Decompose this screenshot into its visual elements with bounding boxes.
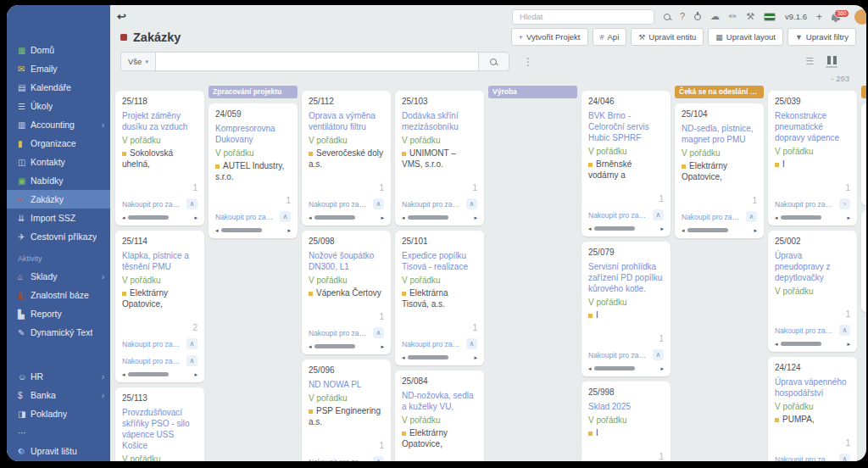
kanban-card[interactable]: 25/998Sklad 2025V pořádkuI1Nakoupit pro … bbox=[581, 382, 670, 461]
scroll-thumb[interactable] bbox=[221, 228, 263, 232]
kanban-card[interactable]: 24/124Úprava vápenného hospodářstvíV poř… bbox=[768, 357, 857, 461]
scroll-thumb[interactable] bbox=[128, 372, 170, 376]
help-icon[interactable]: ? bbox=[680, 12, 685, 21]
flag-icon[interactable] bbox=[764, 13, 776, 21]
card-title-link[interactable]: Úprava pneudopravy z depytlovačky bbox=[775, 250, 850, 283]
purchase-order-link[interactable]: Nakoupit pro zakázku... bbox=[775, 200, 836, 209]
scroll-left-icon[interactable]: ◂ bbox=[122, 371, 125, 377]
scroll-thumb[interactable] bbox=[781, 215, 822, 220]
card-scrollbar[interactable]: ◂▸ bbox=[309, 343, 384, 351]
scroll-left-icon[interactable]: ◂ bbox=[402, 354, 405, 360]
scroll-thumb[interactable] bbox=[781, 342, 822, 346]
chevron-up-icon[interactable]: ∧ bbox=[839, 454, 850, 461]
scroll-left-icon[interactable]: ◂ bbox=[775, 214, 778, 220]
kanban-card[interactable]: 25/079Servisní prohlídka zařízení PD pop… bbox=[581, 242, 670, 376]
filter-search-button[interactable] bbox=[479, 52, 509, 71]
create-project-button[interactable]: +Vytvořit Projekt bbox=[511, 28, 588, 46]
kanban-card[interactable]: 25/039Rekonstrukce pneumatické dopravy v… bbox=[768, 91, 857, 226]
card-title-link[interactable]: Provzdušňovací skříňky PSO - silo vápenc… bbox=[122, 407, 198, 451]
purchase-order-link[interactable]: Nakoupit pro zakázku... bbox=[402, 200, 463, 209]
scroll-left-icon[interactable]: ◂ bbox=[309, 343, 312, 349]
purchase-order-link[interactable]: Nakoupit pro zakázku... bbox=[775, 326, 836, 335]
sidebar-item-travel-orders[interactable]: ✈Cestovní příkazy bbox=[7, 227, 110, 246]
card-title-link[interactable]: ND-nožovka, sedla a kuželky VU, bbox=[402, 390, 477, 412]
scroll-left-icon[interactable]: ◂ bbox=[215, 227, 219, 233]
kanban-card[interactable]: 25/098Nožové šoupátko DN300, L1V pořádku… bbox=[302, 231, 391, 354]
api-button[interactable]: #Api bbox=[593, 28, 627, 46]
kanban-card[interactable]: 25/104ND-sedla, pístnice, magnet pro PMU… bbox=[675, 103, 764, 238]
sidebar-item-reports[interactable]: ▙Reporty bbox=[7, 304, 110, 323]
chevron-up-icon[interactable]: ∧ bbox=[466, 198, 477, 209]
scroll-right-icon[interactable]: ▸ bbox=[847, 214, 850, 220]
scroll-left-icon[interactable]: ◂ bbox=[682, 227, 685, 233]
card-title-link[interactable]: BVK Brno - Celoroční servis Hubic SPHRF bbox=[588, 110, 664, 143]
scroll-right-icon[interactable]: ▸ bbox=[194, 371, 198, 377]
card-title-link[interactable]: ND-sedla, pístnice, magnet pro PMU bbox=[682, 123, 757, 145]
kanban-card[interactable] bbox=[861, 103, 866, 205]
card-title-link[interactable]: ND NOWA PL bbox=[309, 379, 384, 390]
power-icon[interactable] bbox=[694, 14, 701, 20]
purchase-order-link[interactable]: Nakoupit pro zakázku... bbox=[309, 458, 370, 462]
card-scrollbar[interactable]: ◂▸ bbox=[682, 227, 757, 235]
sidebar-item-tasks[interactable]: ☰Úkoly bbox=[7, 97, 110, 115]
scroll-left-icon[interactable]: ◂ bbox=[588, 365, 592, 371]
global-search-input[interactable] bbox=[512, 9, 654, 25]
kanban-card[interactable]: 25/112Oprava a výměna ventilátoru filtru… bbox=[302, 91, 391, 226]
kanban-card[interactable]: 25/084ND-nožovka, sedla a kuželky VU,V p… bbox=[395, 370, 484, 461]
kanban-card[interactable]: 25/114Klapka, pístnice a těsnění PMUV po… bbox=[115, 231, 204, 382]
back-icon[interactable]: ↩ bbox=[117, 10, 126, 23]
avatar[interactable] bbox=[854, 9, 866, 25]
scroll-thumb[interactable] bbox=[408, 355, 449, 359]
chevron-up-icon[interactable]: ∧ bbox=[186, 198, 198, 209]
card-title-link[interactable]: Expedice popílku Tisová - realizace bbox=[402, 250, 477, 272]
sidebar-item-contacts[interactable]: ◫Kontakty bbox=[7, 153, 110, 171]
scroll-right-icon[interactable]: ▸ bbox=[474, 354, 477, 360]
scroll-thumb[interactable] bbox=[128, 215, 170, 220]
card-title-link[interactable]: Projekt záměny dusíku za vzduch bbox=[122, 110, 198, 132]
chevron-up-icon[interactable]: ∧ bbox=[280, 211, 291, 222]
sidebar-item-calendars[interactable]: ▤Kalendáře bbox=[7, 78, 110, 97]
scroll-thumb[interactable] bbox=[408, 215, 449, 220]
scroll-thumb[interactable] bbox=[594, 366, 636, 370]
sidebar-item-bank[interactable]: $Banka› bbox=[7, 386, 110, 404]
purchase-order-link[interactable]: Nakoupit pro zakázku... bbox=[402, 340, 463, 348]
card-scrollbar[interactable]: ◂▸ bbox=[588, 365, 664, 373]
card-scrollbar[interactable]: ◂▸ bbox=[122, 214, 198, 222]
sidebar-item-emails[interactable]: ✉Emaily bbox=[7, 59, 110, 78]
scroll-right-icon[interactable]: ▸ bbox=[287, 227, 291, 233]
kanban-card[interactable] bbox=[861, 210, 866, 312]
chevron-up-icon[interactable]: ∧ bbox=[653, 209, 664, 220]
card-title-link[interactable]: Kompresorovna Dukovany bbox=[215, 123, 291, 145]
scroll-right-icon[interactable]: ▸ bbox=[660, 365, 664, 371]
sidebar-item-knowledge-base[interactable]: ◧Znalostní báze bbox=[7, 286, 110, 304]
scroll-thumb[interactable] bbox=[594, 226, 636, 231]
notifications-bell[interactable]: 360 bbox=[832, 14, 840, 20]
scroll-left-icon[interactable]: ◂ bbox=[775, 341, 778, 347]
scroll-left-icon[interactable]: ◂ bbox=[309, 214, 312, 220]
scroll-right-icon[interactable]: ▸ bbox=[754, 227, 757, 233]
wrench-icon[interactable]: ⚒ bbox=[746, 12, 754, 21]
purchase-order-link[interactable]: Nakoupit pro zakázku... bbox=[682, 213, 743, 221]
purchase-order-link[interactable]: Nakoupit pro zakázku... bbox=[215, 213, 276, 221]
purchase-order-link[interactable]: Nakoupit pro zakázku... bbox=[588, 211, 649, 220]
kanban-card[interactable]: 25/101Expedice popílku Tisová - realizac… bbox=[395, 231, 484, 365]
sidebar-item-cash-desks[interactable]: ◨Pokladny bbox=[7, 404, 110, 423]
sidebar-item-accounting[interactable]: ▥Accounting› bbox=[7, 115, 110, 134]
card-title-link[interactable]: Sklad 2025 bbox=[588, 401, 664, 412]
purchase-order-link[interactable]: Nakoupit pro zakázku... bbox=[122, 200, 183, 209]
kanban-card[interactable]: 25/103Dodávka skříní mezizásobníkuV pořá… bbox=[395, 91, 484, 226]
sidebar-item-hr[interactable]: ☺HR› bbox=[7, 367, 110, 386]
more-options-icon[interactable]: ⋮ bbox=[523, 56, 534, 68]
scroll-right-icon[interactable]: ▸ bbox=[194, 214, 198, 220]
edit-filters-button[interactable]: ▼Upravit filtry bbox=[787, 28, 856, 46]
card-title-link[interactable]: Oprava a výměna ventilátoru filtru bbox=[309, 110, 384, 132]
purchase-order-link[interactable]: Nakoupit pro zakázku... bbox=[775, 455, 836, 462]
chevron-up-icon[interactable]: ∧ bbox=[839, 325, 850, 336]
scroll-right-icon[interactable]: ▸ bbox=[474, 214, 477, 220]
card-title-link[interactable]: Nožové šoupátko DN300, L1 bbox=[309, 250, 384, 272]
list-view-icon[interactable]: ☰ bbox=[805, 56, 814, 67]
card-scrollbar[interactable]: ◂▸ bbox=[775, 214, 850, 222]
scroll-thumb[interactable] bbox=[314, 215, 356, 220]
sidebar-item-configure-list[interactable]: ⚙Upravit lištu bbox=[7, 442, 110, 460]
card-title-link[interactable]: Rekonstrukce pneumatické dopravy vápence bbox=[775, 110, 850, 143]
